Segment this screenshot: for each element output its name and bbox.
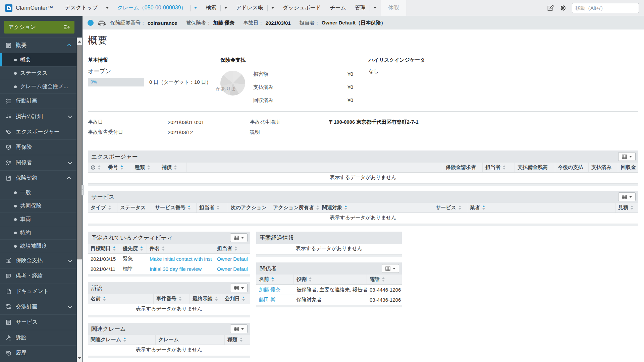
progress-value: 0% <box>91 79 97 84</box>
column-header-service-type[interactable]: タイプ <box>88 203 117 213</box>
exposures-section: エクスポージャー 番号 種類 補償 保険金請求者 <box>88 150 638 186</box>
column-header-subject[interactable]: 件名 <box>147 244 214 253</box>
column-header-coverage[interactable]: 補償 <box>159 163 186 172</box>
column-header-recoveries[interactable]: 回収金 <box>618 163 638 172</box>
column-header-quote[interactable]: 見積 <box>615 203 638 213</box>
actions-button[interactable]: アクション <box>4 21 74 34</box>
column-header-trial-date[interactable]: 公判日 <box>222 294 250 304</box>
nav-team[interactable]: チーム <box>325 0 351 16</box>
column-header-relation-type[interactable]: 種類 <box>225 335 250 345</box>
sidebar-item-action-plan[interactable]: 行動計画 <box>0 93 76 109</box>
chevron-down-icon[interactable] <box>374 7 376 9</box>
column-header-vendor[interactable]: 業者 <box>467 203 615 213</box>
nav-claim[interactable]: クレーム（050-00-000039） <box>113 0 202 16</box>
parties-section: 関係者 名前 役割 電話 <box>256 262 402 307</box>
column-header-related-claim[interactable]: 関連クレーム <box>88 335 156 345</box>
paid-row: 支払済み ¥0 <box>253 82 353 95</box>
sidebar-item-parties[interactable]: 関係者 <box>0 155 76 170</box>
nav-address-book[interactable]: アドレス帳 <box>231 0 278 16</box>
activity-owner-link[interactable]: Owner Default <box>217 256 248 262</box>
column-header-service-number[interactable]: サービス番号 <box>152 203 197 213</box>
services-table-options-button[interactable] <box>618 192 636 201</box>
chevron-down-icon[interactable] <box>224 7 227 9</box>
sidebar-subitem-coinsurance[interactable]: 共同保険 <box>0 199 76 213</box>
compose-note-button[interactable] <box>547 4 554 12</box>
exposures-table-options-button[interactable] <box>618 152 636 161</box>
sidebar-subitem-general[interactable]: 一般 <box>0 186 76 199</box>
sidebar-subitem-aggregate-limits[interactable]: 総填補限度 <box>0 239 76 253</box>
sidebar-item-documents[interactable]: ドキュメント <box>0 284 76 299</box>
nav-admin[interactable]: 管理 <box>351 0 381 16</box>
sidebar-subitem-overview[interactable]: 概要 <box>0 53 76 66</box>
sidebar-item-exposures[interactable]: エクスポージャー <box>0 124 76 139</box>
sidebar-subitem-status[interactable]: ステータス <box>0 66 76 80</box>
column-header-paid[interactable]: 支払済み <box>589 163 618 172</box>
column-header-reserves[interactable]: 支払備金残高 <box>515 163 555 172</box>
litigation-table-options-button[interactable] <box>230 284 248 292</box>
nav-search[interactable]: 検索 <box>201 0 231 16</box>
sidebar-item-notes[interactable]: 備考・経緯 <box>0 268 76 284</box>
column-header-next-action[interactable]: 次のアクション <box>228 203 270 213</box>
column-header-activity-owner[interactable]: 担当者 <box>214 244 250 253</box>
column-header-service-owner[interactable]: 担当者 <box>197 203 228 213</box>
activity-subject-link[interactable]: Initial 30 day file review <box>150 266 202 272</box>
column-header-party-name[interactable]: 名前 <box>256 275 294 284</box>
column-header-action-owner[interactable]: アクション所有者 <box>270 203 319 213</box>
sidebar-item-services[interactable]: サービス <box>0 314 76 330</box>
scroll-down-arrow-icon[interactable] <box>77 355 82 361</box>
claim-status: オープン <box>88 67 215 75</box>
column-header-matter-name[interactable]: 名前 <box>88 294 154 304</box>
settings-button[interactable] <box>559 4 567 12</box>
activity-subject-link[interactable]: Make initial contact with insured <box>150 256 212 262</box>
sidebar-item-financials[interactable]: 保険金支払 <box>0 253 76 268</box>
goto-input[interactable] <box>572 3 639 13</box>
party-name-link[interactable]: 藤田 響 <box>259 297 275 303</box>
column-header-future-payments[interactable]: 今後の支払 <box>555 163 589 172</box>
financials-pie-chart: がありま <box>220 71 247 97</box>
nav-vacation[interactable]: 休暇 <box>381 0 406 16</box>
sidebar-item-reinsurance[interactable]: 再保険 <box>0 139 76 155</box>
sidebar-item-litigation[interactable]: 訴訟 <box>0 330 76 345</box>
activities-table-options-button[interactable] <box>230 233 248 242</box>
activity-owner-link[interactable]: Owner Default <box>217 266 248 272</box>
column-header-party-phone[interactable]: 電話 <box>367 275 402 284</box>
sidebar-item-negotiation[interactable]: 交渉計画 <box>0 299 76 314</box>
owner-field: 担当者： Owner Default（日本保険） <box>300 20 386 26</box>
column-header-party-role[interactable]: 役割 <box>294 275 367 284</box>
chevron-down-icon[interactable] <box>194 7 197 9</box>
chevron-down-icon <box>241 287 244 289</box>
parties-table-options-button[interactable] <box>382 264 399 273</box>
nav-desktop[interactable]: デスクトップ <box>60 0 113 16</box>
sidebar-subitem-claim-health[interactable]: クレーム健全性メ... <box>0 80 76 93</box>
column-header-claim[interactable]: クレーム <box>156 335 225 345</box>
loss-date-field: 事故日： 2021/03/01 <box>244 20 291 26</box>
column-header-number[interactable]: 番号 <box>105 163 132 172</box>
panel-resize-handle[interactable] <box>82 185 84 195</box>
party-name-link[interactable]: 加藤 優奈 <box>259 287 280 293</box>
sidebar-item-policy[interactable]: 保険契約 <box>0 170 76 186</box>
scrollbar-thumb[interactable] <box>77 45 82 259</box>
chevron-down-icon[interactable] <box>106 7 109 9</box>
column-header-priority[interactable]: 優先度 <box>120 244 147 253</box>
column-header-due-date[interactable]: 目標期日 <box>88 244 120 253</box>
column-header-related-to[interactable]: 関連対象 <box>319 203 433 213</box>
sidebar-item-summary[interactable]: 概要 <box>0 38 76 53</box>
column-header-case-number[interactable]: 事件番号 <box>154 294 190 304</box>
nav-dashboard[interactable]: ダッシュボード <box>278 0 325 16</box>
related-claims-table-options-button[interactable] <box>230 324 248 333</box>
column-header-owner[interactable]: 担当者 <box>483 163 515 172</box>
sidebar-item-loss-details[interactable]: 損害の詳細 <box>0 109 76 124</box>
column-header-service[interactable]: サービス <box>433 203 467 213</box>
column-header-type[interactable]: 種類 <box>132 163 159 172</box>
sidebar-subitem-endorsements[interactable]: 特約 <box>0 226 76 239</box>
pie-no-data-text: がありま <box>216 86 247 92</box>
column-header-service-status[interactable]: ステータス <box>117 203 152 213</box>
column-header-closed[interactable] <box>88 163 105 172</box>
sidebar-scrollbar[interactable] <box>77 38 82 362</box>
scroll-up-arrow-icon[interactable] <box>77 39 82 44</box>
column-header-final-settlement[interactable]: 最終示談 <box>190 294 222 304</box>
chevron-down-icon[interactable] <box>271 7 274 9</box>
sidebar-subitem-vehicles[interactable]: 車両 <box>0 213 76 226</box>
sidebar-item-history[interactable]: 履歴 <box>0 345 76 361</box>
column-header-claimant[interactable]: 保険金請求者 <box>443 163 483 172</box>
